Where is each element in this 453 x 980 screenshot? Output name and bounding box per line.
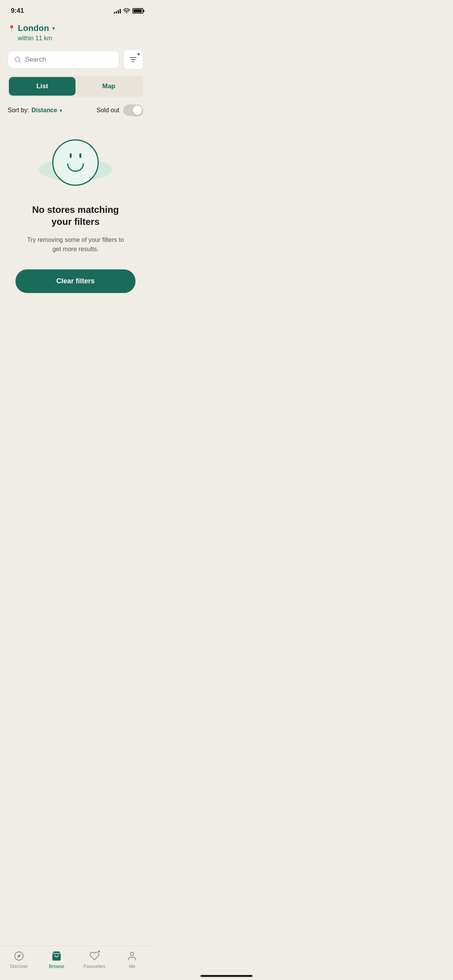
location-header: 📍 London ▾ within 11 km: [8, 23, 143, 42]
main-content: 📍 London ▾ within 11 km List Map: [0, 19, 151, 355]
search-input[interactable]: [25, 56, 113, 63]
sold-out-label: Sold out: [96, 107, 119, 114]
wifi-icon: [123, 8, 130, 14]
list-map-toggle[interactable]: List Map: [8, 76, 143, 97]
chevron-down-icon[interactable]: ▾: [52, 25, 55, 31]
sort-value[interactable]: Distance: [31, 107, 57, 114]
sort-row: Sort by: Distance ▾ Sold out: [8, 105, 143, 116]
filter-icon: [129, 56, 137, 63]
location-city[interactable]: London: [18, 23, 49, 33]
pin-icon: 📍: [8, 25, 15, 32]
search-row: [8, 50, 143, 70]
empty-state: No stores matchingyour filters Try remov…: [8, 128, 143, 308]
empty-state-subtitle: Try removing some of your filters toget …: [27, 235, 124, 254]
empty-state-title: No stores matchingyour filters: [32, 204, 119, 228]
tab-list[interactable]: List: [9, 77, 76, 96]
svg-line-2: [19, 61, 20, 62]
search-icon: [14, 56, 21, 63]
signal-bars-icon: [114, 8, 121, 14]
battery-icon: [132, 8, 143, 14]
sort-by-label: Sort by:: [8, 107, 29, 114]
svg-point-0: [126, 13, 127, 14]
filter-button[interactable]: [123, 50, 143, 70]
status-time: 9:41: [11, 7, 24, 15]
status-bar: 9:41: [0, 0, 151, 19]
sold-out-toggle[interactable]: [123, 105, 143, 116]
tab-map[interactable]: Map: [76, 77, 142, 96]
status-icons: [114, 8, 143, 14]
location-distance: within 11 km: [18, 35, 143, 42]
sad-face-icon: [45, 135, 106, 190]
filter-active-dot: [137, 52, 141, 56]
sort-chevron-icon[interactable]: ▾: [60, 108, 62, 113]
search-input-container[interactable]: [8, 51, 119, 69]
clear-filters-button[interactable]: Clear filters: [15, 269, 136, 293]
